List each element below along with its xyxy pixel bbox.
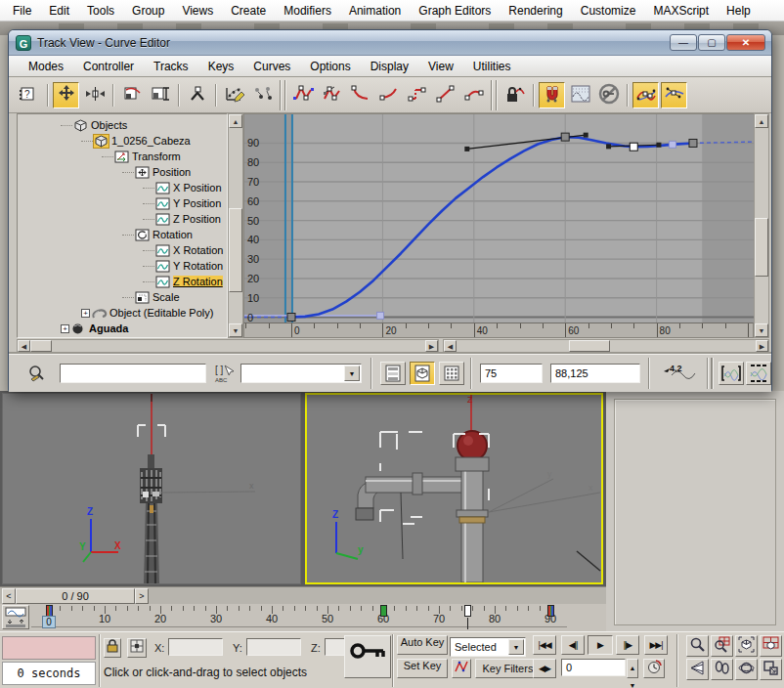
previous-frame-button[interactable]: < — [2, 588, 16, 604]
time-slider-handle[interactable]: 0 / 90 — [16, 588, 135, 604]
menu-modifiers[interactable]: Modifiers — [275, 2, 340, 20]
tree-item-z-position[interactable]: Z Position — [143, 211, 221, 227]
track-set-name-field[interactable] — [60, 364, 206, 383]
menu-tools[interactable]: Tools — [78, 2, 123, 20]
next-frame-playback-button[interactable]: ||▶ — [616, 635, 639, 655]
arc-rotate-button[interactable] — [735, 659, 758, 680]
menu-file[interactable]: File — [4, 2, 40, 20]
slide-keys-button[interactable] — [118, 82, 145, 108]
filter-animated-tracks-button[interactable] — [439, 362, 464, 385]
tv-menu-curves[interactable]: Curves — [243, 58, 300, 75]
parameter-curve-out-of-range-button[interactable] — [567, 82, 593, 108]
next-frame-button[interactable]: > — [135, 588, 149, 604]
viewport-perspective-active[interactable]: Z y x — [305, 393, 603, 584]
pan-button[interactable] — [711, 659, 733, 680]
show-all-tangents-button[interactable] — [661, 82, 687, 108]
key-time-field[interactable]: 75 — [480, 364, 543, 383]
snap-frames-button[interactable] — [539, 82, 565, 108]
tree-item-object-editable-poly[interactable]: +Object (Editable Poly) — [81, 305, 213, 321]
set-keys-button[interactable] — [344, 635, 391, 678]
tree-vertical-scrollbar[interactable]: ▲ ▼ — [228, 113, 243, 338]
listener-output[interactable]: 0 seconds — [2, 662, 96, 685]
tree-horizontal-scrollbar[interactable]: ◀ ▶ — [17, 339, 439, 353]
frame-spinner[interactable]: ▲▼ — [627, 659, 638, 678]
track-set-picker-button[interactable] — [24, 362, 50, 385]
tv-menu-modes[interactable]: Modes — [19, 58, 73, 75]
selection-lock-toggle[interactable] — [104, 638, 121, 658]
current-frame-field[interactable]: 0 — [561, 659, 626, 676]
trackbar-key-frame-75[interactable] — [464, 605, 471, 617]
menu-maxscript[interactable]: MAXScript — [644, 2, 718, 20]
filter-selected-objects-button[interactable] — [410, 362, 435, 385]
set-tangents-linear-button[interactable] — [432, 82, 458, 108]
fov-button[interactable] — [686, 659, 709, 680]
function-curve-graph[interactable]: 0102030405060708090 — [243, 113, 754, 322]
menu-animation[interactable]: Animation — [340, 2, 410, 20]
lock-selection-button[interactable] — [501, 82, 528, 108]
track-view-titlebar[interactable]: G Track View - Curve Editor — ▢ ✕ — [9, 30, 771, 56]
menu-edit[interactable]: Edit — [40, 2, 78, 20]
key-value-field[interactable]: 88,125 — [550, 364, 640, 383]
tree-item-scale[interactable]: Scale — [122, 289, 180, 305]
go-to-start-button[interactable]: |◀◀ — [533, 635, 556, 655]
x-coordinate-field[interactable] — [168, 638, 223, 656]
tree-item-x-position[interactable]: X Position — [143, 180, 222, 195]
menu-rendering[interactable]: Rendering — [500, 2, 571, 20]
trackbar-key-frame-90[interactable] — [547, 605, 554, 617]
expand-toggle[interactable]: + — [81, 309, 90, 318]
scale-values-button[interactable] — [184, 82, 210, 108]
menu-create[interactable]: Create — [222, 2, 275, 20]
max-viewport-button[interactable] — [760, 659, 782, 680]
menu-group[interactable]: Group — [123, 2, 173, 20]
time-configuration-button[interactable] — [643, 659, 665, 678]
y-coordinate-field[interactable] — [246, 638, 301, 656]
tree-item-z-rotation[interactable]: Z Rotation — [143, 274, 223, 289]
tv-menu-utilities[interactable]: Utilities — [463, 58, 521, 75]
tv-menu-view[interactable]: View — [418, 58, 463, 75]
set-tangents-step-button[interactable] — [404, 82, 430, 108]
set-tangents-auto-button[interactable] — [290, 82, 317, 108]
set-key-button[interactable]: Set Key — [397, 659, 448, 678]
track-bar-ruler[interactable]: 1020304050607080900 — [31, 604, 567, 631]
tree-item-transform[interactable]: Transform — [102, 149, 181, 164]
tv-menu-keys[interactable]: Keys — [198, 58, 244, 75]
go-to-end-button[interactable]: ▶▶| — [644, 635, 668, 655]
tv-menu-display[interactable]: Display — [361, 58, 418, 75]
maxscript-mini-listener[interactable] — [2, 636, 96, 660]
set-tangents-custom-button[interactable] — [319, 82, 345, 108]
tv-menu-tracks[interactable]: Tracks — [144, 58, 198, 75]
default-in-out-tangents-button[interactable] — [452, 659, 471, 678]
controller-hierarchy-tree[interactable]: Objects1_0256_CabezaTransformPositionX P… — [17, 113, 228, 338]
tree-item-1-0256-cabeza[interactable]: 1_0256_Cabeza — [81, 133, 191, 149]
tree-item-rotation[interactable]: Rotation — [122, 227, 193, 242]
move-keys-horizontal-button[interactable] — [81, 82, 108, 108]
zoom-extents-button[interactable] — [735, 635, 758, 657]
close-button[interactable]: ✕ — [726, 34, 765, 51]
absolute-mode-transform-typein[interactable] — [127, 638, 147, 658]
scale-keys-button[interactable] — [147, 82, 173, 108]
graph-vertical-scrollbar[interactable]: ▲ ▼ — [754, 113, 769, 338]
animate-mode-dropdown[interactable]: Selected ▼ — [450, 637, 526, 657]
tv-menu-controller[interactable]: Controller — [73, 58, 144, 75]
zoom-horizontal-extents-button[interactable] — [719, 362, 744, 385]
play-button[interactable]: ▶ — [588, 635, 613, 655]
zoom-all-button[interactable] — [711, 635, 733, 657]
expand-toggle[interactable]: + — [61, 324, 69, 333]
show-selected-key-stats-button[interactable]: 4.2 — [658, 362, 701, 385]
graph-horizontal-scrollbar[interactable]: ◀ ▶ — [443, 339, 769, 353]
trackbar-current-frame-marker[interactable]: 0 — [42, 616, 56, 628]
menu-help[interactable]: Help — [718, 2, 760, 20]
tree-item-objects[interactable]: Objects — [61, 117, 127, 133]
previous-frame-playback-button[interactable]: ◀|| — [561, 635, 585, 655]
minimize-button[interactable]: — — [670, 34, 697, 51]
tv-menu-options[interactable]: Options — [300, 58, 360, 75]
reduce-keys-button[interactable] — [249, 82, 276, 108]
set-tangents-fast-button[interactable] — [347, 82, 373, 108]
open-mini-curve-editor-button[interactable] — [2, 605, 29, 629]
menu-graph-editors[interactable]: Graph Editors — [410, 2, 500, 20]
show-tangents-button[interactable] — [632, 82, 659, 108]
zoom-value-extents-button[interactable] — [746, 362, 771, 385]
maximize-button[interactable]: ▢ — [698, 34, 725, 51]
dropdown-arrow-icon[interactable]: ▼ — [508, 639, 524, 655]
track-set-dropdown[interactable]: ▼ — [240, 364, 362, 383]
